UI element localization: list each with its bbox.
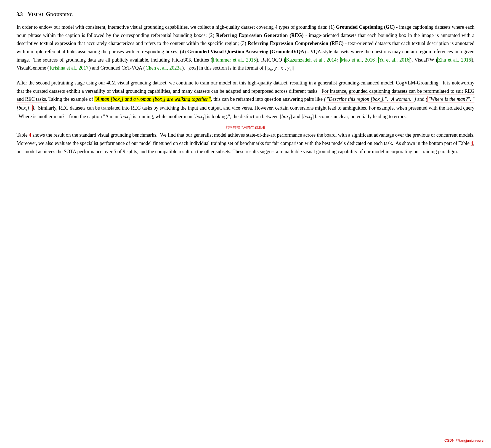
section-heading: Visual Grounding xyxy=(28,11,73,17)
paragraph-1: In order to endow our model with consist… xyxy=(17,23,474,73)
csdn-watermark: CSDN @tangjunjun-owen xyxy=(444,438,485,442)
section-title: 3.3 Visual Grounding xyxy=(17,11,474,17)
watermark-text: 转换数据也可能导致混淆 xyxy=(17,125,474,130)
paragraph-3: Table 4 shows the result on the standard… xyxy=(17,131,474,156)
section-number: 3.3 xyxy=(17,12,23,17)
paragraph-2: After the second pretraining stage using… xyxy=(17,79,474,121)
